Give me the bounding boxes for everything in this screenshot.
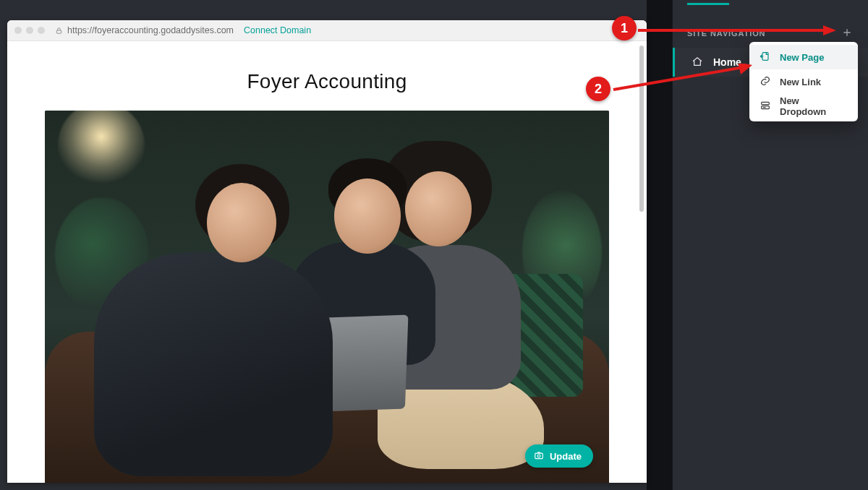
svg-marker-7 xyxy=(823,25,836,35)
menu-item-label: New Link xyxy=(780,77,821,87)
annotation-step-2: 2 xyxy=(586,77,610,101)
update-button-label: Update xyxy=(550,451,582,462)
svg-marker-9 xyxy=(738,64,752,74)
window-traffic-lights xyxy=(14,27,45,34)
new-page-icon xyxy=(760,51,771,64)
app-root: https://foyeraccounting.godaddysites.com… xyxy=(0,0,868,490)
update-button[interactable]: Update xyxy=(525,444,593,468)
connect-domain-link[interactable]: Connect Domain xyxy=(244,25,311,35)
active-tab-indicator xyxy=(687,3,729,5)
menu-item-label: New Dropdown xyxy=(780,95,848,117)
annotation-arrow-2 xyxy=(612,64,754,98)
menu-item-new-page[interactable]: New Page xyxy=(749,45,858,69)
svg-rect-4 xyxy=(762,102,770,104)
traffic-light-dot xyxy=(38,27,45,34)
link-icon xyxy=(760,75,771,89)
svg-line-8 xyxy=(613,68,739,90)
camera-icon xyxy=(534,450,544,463)
lock-icon xyxy=(55,27,63,35)
svg-rect-1 xyxy=(535,453,543,459)
add-menu-popup: New Page New Link New Dropdown xyxy=(749,42,858,121)
annotation-step-1: 1 xyxy=(612,16,637,40)
page-viewport[interactable]: Foyer Accounting xyxy=(7,41,647,483)
page-content: Foyer Accounting xyxy=(45,41,609,483)
menu-item-new-dropdown[interactable]: New Dropdown xyxy=(749,94,858,119)
annotation-arrow-1 xyxy=(637,23,838,38)
traffic-light-dot xyxy=(14,27,22,34)
menu-item-label: New Page xyxy=(780,52,824,63)
hero-figure xyxy=(65,151,333,462)
menu-item-new-link[interactable]: New Link xyxy=(749,69,858,94)
svg-point-2 xyxy=(537,455,540,457)
svg-rect-0 xyxy=(56,30,61,33)
site-preview-frame: https://foyeraccounting.godaddysites.com… xyxy=(7,20,647,483)
hero-image[interactable]: Update xyxy=(45,111,609,483)
address-bar: https://foyeraccounting.godaddysites.com… xyxy=(7,20,647,41)
site-title[interactable]: Foyer Accounting xyxy=(247,70,407,93)
dropdown-icon xyxy=(760,100,771,113)
address-url: https://foyeraccounting.godaddysites.com xyxy=(67,25,234,35)
traffic-light-dot xyxy=(26,27,33,34)
add-page-button[interactable] xyxy=(839,25,855,40)
